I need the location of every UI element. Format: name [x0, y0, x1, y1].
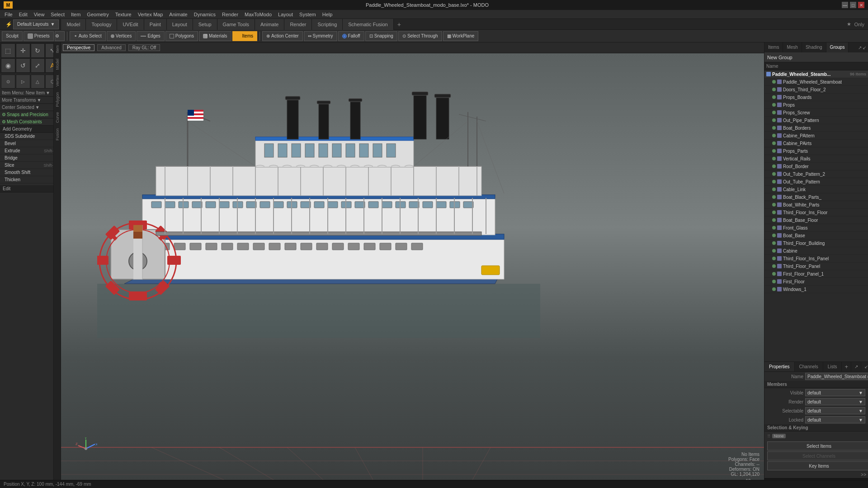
scene-item-5[interactable]: Out_Pipe_Pattern [764, 117, 868, 124]
prop-tab-properties[interactable]: Properties [764, 362, 795, 371]
scene-item-0[interactable]: Paddle_Wheeled_Steamboat [764, 78, 868, 86]
menu-render[interactable]: Render [219, 12, 241, 17]
mesh-constraints-row[interactable]: ⚙ Mesh Constraints [0, 118, 61, 126]
name-value[interactable]: Paddle_Wheeled_Steamboat (2) [805, 373, 868, 380]
menu-dynamics[interactable]: Dynamics [191, 12, 218, 17]
scene-root-item[interactable]: Paddle_Wheeled_Steamb... 96 Items [764, 70, 868, 78]
scene-item-23[interactable]: Third_Floor_Ins_Panel [764, 255, 868, 263]
scene-item-16[interactable]: Boat_White_Parts [764, 201, 868, 209]
menu-item[interactable]: Item [68, 12, 83, 17]
tool11-button[interactable]: △ [31, 75, 45, 89]
layout-dropdown[interactable]: Default Layouts ▼ [13, 19, 59, 29]
add-geometry-header[interactable]: Add Geometry ▾ [0, 126, 61, 133]
rotate-tool-button[interactable]: ↻ [31, 43, 45, 58]
locked-dropdown[interactable]: default ▼ [805, 416, 865, 423]
smooth-shift-item[interactable]: Smooth Shift [0, 169, 61, 176]
advanced-button[interactable]: Advanced [97, 44, 125, 51]
tab-model[interactable]: Model [61, 19, 86, 30]
tab-groups[interactable]: Groups [826, 42, 849, 52]
vert-tab-vertex[interactable]: Vertex [54, 72, 61, 89]
selectable-dropdown[interactable]: default ▼ [805, 407, 865, 414]
scene-item-9[interactable]: Props_Parts [764, 147, 868, 155]
vert-tab-model[interactable]: Model [54, 56, 61, 73]
item-menu-row[interactable]: Item Menu: New Item ▼ [0, 89, 61, 97]
scene-item-11[interactable]: Roof_Border [764, 163, 868, 170]
edit-header[interactable]: Edit ▾ [0, 185, 61, 192]
vert-tab-polygon[interactable]: Polygon [54, 89, 61, 110]
tab-scripting[interactable]: Scripting [312, 19, 343, 30]
tab-topology[interactable]: Topology [86, 19, 117, 30]
window-controls[interactable]: — □ ✕ [842, 2, 864, 8]
scene-item-7[interactable]: Cabine_PAttern [764, 132, 868, 140]
scene-item-6[interactable]: Boat_Borders [764, 124, 868, 132]
symmetry-button[interactable]: ⇔ Symmetry [304, 31, 337, 41]
menu-texture[interactable]: Texture [113, 12, 134, 17]
scene-item-17[interactable]: Third_Floor_Ins_Floor [764, 209, 868, 216]
close-button[interactable]: ✕ [858, 2, 864, 8]
tab-paint[interactable]: Paint [144, 19, 167, 30]
tool9-button[interactable]: ⊙ [1, 75, 15, 89]
select-through-button[interactable]: ⊙ Select Through [398, 31, 442, 41]
scene-item-25[interactable]: First_Floor_Panel_1 [764, 270, 868, 278]
tool10-button[interactable]: ▷ [16, 75, 30, 89]
scene-item-26[interactable]: First_Floor [764, 278, 868, 286]
tab-items[interactable]: Items [764, 42, 783, 52]
tab-schematic-fusion[interactable]: Schematic Fusion [343, 19, 393, 30]
tab-animate[interactable]: Animate [255, 19, 284, 30]
scene-item-18[interactable]: Boat_Base_Floor [764, 216, 868, 224]
tab-layout[interactable]: Layout [167, 19, 193, 30]
scene-item-10[interactable]: Vertical_Rails [764, 155, 868, 163]
prop-add-tab-button[interactable]: + [842, 362, 851, 371]
prop-collapse-btn[interactable]: ↙ [861, 362, 868, 371]
snapping-button[interactable]: ⊡ Snapping [365, 31, 397, 41]
settings-icon-button[interactable]: ⚙ [55, 31, 65, 41]
menu-select[interactable]: Select [48, 12, 67, 17]
menu-edit[interactable]: Edit [16, 12, 30, 17]
scene-item-2[interactable]: Props_Boards [764, 94, 868, 101]
materials-button[interactable]: Materials [199, 31, 231, 41]
select-tool-button[interactable]: ⬚ [1, 43, 15, 58]
vert-tab-fusion[interactable]: Fusion [54, 126, 61, 143]
menu-maxtomode[interactable]: MaxToModo [242, 12, 274, 17]
scene-item-12[interactable]: Out_Tube_Pattern_2 [764, 170, 868, 178]
prop-tab-lists[interactable]: Lists [823, 362, 842, 371]
menu-vertex-map[interactable]: Vertex Map [135, 12, 166, 17]
workplane-button[interactable]: ▦ WorkPlane [443, 31, 479, 41]
tab-mesh[interactable]: Mesh [783, 42, 802, 52]
vertices-button[interactable]: Vertices [107, 31, 136, 41]
perspective-button[interactable]: Perspective [63, 44, 94, 51]
maximize-button[interactable]: □ [850, 2, 856, 8]
visible-dropdown[interactable]: default ▼ [805, 389, 865, 396]
falloff-button[interactable]: Falloff [338, 31, 364, 41]
menu-layout[interactable]: Layout [275, 12, 296, 17]
menu-file[interactable]: File [2, 12, 15, 17]
bevel-item[interactable]: Bevel B [0, 140, 61, 147]
snaps-precision-row[interactable]: ⚙ Snaps and Precision [0, 111, 61, 118]
tool5-button[interactable]: ◉ [1, 58, 15, 73]
vert-tab-item[interactable]: Item [54, 42, 61, 56]
tab-setup[interactable]: Setup [193, 19, 217, 30]
polygons-button[interactable]: Polygons [165, 31, 198, 41]
select-channels-button[interactable]: Select Channels [767, 451, 868, 460]
scene-item-19[interactable]: Front_Glass [764, 224, 868, 232]
scene-item-8[interactable]: Cabine_PAirts [764, 140, 868, 147]
ray-gl-button[interactable]: Ray GL: Off [128, 44, 160, 51]
tool7-button[interactable]: ⤢ [31, 58, 45, 73]
scene-item-20[interactable]: Boat_Base [764, 232, 868, 239]
scene-item-1[interactable]: Doors_Third_Floor_2 [764, 86, 868, 94]
scene-item-24[interactable]: Third_Floor_Panel [764, 263, 868, 270]
scene-item-13[interactable]: Out_Tube_Pattern [764, 178, 868, 186]
items-button[interactable]: Items [232, 31, 257, 41]
menu-help[interactable]: Help [320, 12, 335, 17]
scene-item-3[interactable]: Props [764, 101, 868, 109]
tab-game-tools[interactable]: Game Tools [217, 19, 255, 30]
scene-item-14[interactable]: Cable_Link [764, 186, 868, 193]
menu-animate[interactable]: Animate [166, 12, 190, 17]
tool6-button[interactable]: ↺ [16, 58, 30, 73]
collapse-icon[interactable]: ↙ [863, 45, 866, 50]
bridge-item[interactable]: Bridge [0, 155, 61, 162]
tab-shading[interactable]: Shading [802, 42, 826, 52]
scene-item-22[interactable]: Cabine [764, 247, 868, 255]
more-transforms-row[interactable]: More Transforms ▼ [0, 97, 61, 104]
new-group-button[interactable]: New Group [764, 52, 868, 62]
